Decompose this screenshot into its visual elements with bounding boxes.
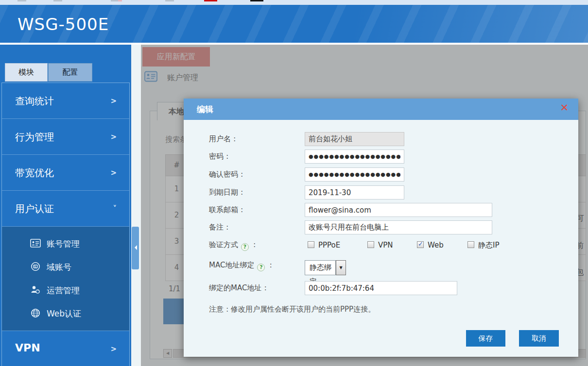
domain-account-icon: [30, 262, 41, 271]
confirm-password-label: 确认密码：: [209, 167, 304, 182]
sidebar-subitem-label: Web认证: [47, 308, 81, 319]
sidebar-item-label: VPN: [15, 342, 40, 354]
dropdown-arrow-icon[interactable]: ▼: [336, 260, 346, 275]
sidebar-item-label: 行为管理: [15, 131, 54, 144]
expiry-date-label: 到期日期：: [209, 185, 304, 200]
checkbox-box[interactable]: [367, 241, 374, 248]
checkbox-box-checked[interactable]: ✓: [417, 241, 424, 248]
check-icon: ✓: [418, 240, 423, 248]
auth-method-label-text: 验证方式: [209, 240, 238, 249]
sidebar-item-label: 查询统计: [15, 95, 54, 108]
dialog-note: 注意：修改用户属性会断开该用户的当前PPP连接。: [209, 305, 375, 314]
chevron-right-icon: >: [110, 345, 117, 353]
chevron-right-icon: >: [110, 133, 117, 141]
operator-icon: [30, 285, 41, 295]
globe-icon: [30, 308, 41, 318]
sidebar-subitem-label: 账号管理: [47, 238, 80, 250]
checkbox-box[interactable]: [308, 241, 314, 248]
checkbox-box[interactable]: [467, 241, 474, 248]
chevron-right-icon: >: [110, 97, 117, 105]
email-label: 联系邮箱：: [209, 203, 304, 217]
sidebar-item-query-stats[interactable]: 查询统计 >: [2, 83, 129, 119]
username-field[interactable]: [305, 132, 404, 146]
password-label: 密码：: [209, 150, 304, 164]
remark-label: 备注：: [209, 220, 304, 234]
app-title: WSG-500E: [17, 15, 109, 34]
auth-method-label: 验证方式?：: [209, 240, 304, 251]
email-field[interactable]: [305, 203, 492, 217]
remark-field[interactable]: [305, 220, 492, 234]
chevron-right-icon: >: [110, 168, 117, 177]
label-colon: ：: [251, 240, 258, 249]
sidebar-subitem-label: 域账号: [47, 262, 71, 273]
sidebar-tab-config[interactable]: 配置: [48, 63, 92, 82]
checkbox-label: VPN: [378, 241, 393, 250]
app-header: WSG-500E: [0, 5, 588, 43]
browser-tab-underline-black: [250, 0, 263, 1]
confirm-password-field[interactable]: [305, 167, 404, 182]
sidebar-item-label: 用户认证: [15, 202, 54, 216]
sidebar-submenu-user-auth: 账号管理 域账号 运营管理: [2, 227, 129, 331]
browser-mark: [118, 0, 122, 1]
mac-binding-label-text: MAC地址绑定: [209, 261, 254, 269]
close-icon[interactable]: ✕: [560, 102, 569, 114]
label-colon: ：: [267, 261, 274, 269]
mac-binding-label: MAC地址绑定?：: [209, 261, 304, 271]
browser-tab-underline-red: [204, 0, 217, 1]
password-field[interactable]: [305, 150, 404, 164]
save-button[interactable]: 保存: [466, 330, 505, 347]
screen: WSG-500E 模块 配置 查询统计 > 行为管理 > 带宽优化 > 用户认证…: [0, 0, 588, 366]
browser-mark: [17, 0, 26, 1]
sidebar-collapse-handle[interactable]: [132, 227, 139, 269]
dialog-title: 编辑: [197, 104, 213, 115]
mac-binding-select[interactable]: 静态绑定: [305, 260, 336, 275]
sidebar-tab-modules[interactable]: 模块: [5, 63, 48, 82]
sidebar-item-domain-account[interactable]: 域账号: [2, 255, 129, 278]
checkbox-label: Web: [428, 241, 444, 250]
browser-mark: [165, 0, 174, 1]
sidebar-item-behavior-mgmt[interactable]: 行为管理 >: [2, 119, 129, 155]
sidebar-gutter: [131, 45, 141, 366]
dialog-header[interactable]: 编辑 ✕: [184, 99, 578, 120]
bound-mac-label: 绑定的MAC地址：: [209, 281, 304, 295]
sidebar-subitem-label: 运营管理: [47, 285, 80, 296]
help-icon[interactable]: ?: [257, 264, 265, 271]
cancel-button[interactable]: 取消: [519, 330, 559, 347]
edit-dialog: 编辑 ✕ 用户名： 密码： 确认密码： 到期日期： 联系邮箱： 备注： 验证方式…: [184, 99, 578, 357]
checkbox-label: 静态IP: [478, 241, 499, 250]
chevron-down-icon: ˅: [113, 204, 117, 213]
sidebar-item-web-auth[interactable]: Web认证: [2, 301, 129, 325]
collapse-left-icon: [132, 245, 137, 250]
browser-edge-strip: [0, 0, 588, 5]
sidebar-item-bandwidth-opt[interactable]: 带宽优化 >: [2, 155, 129, 191]
help-icon[interactable]: ?: [241, 243, 249, 251]
sidebar-item-vpn[interactable]: VPN >: [2, 331, 129, 366]
sidebar-item-account-mgmt[interactable]: 账号管理: [2, 232, 129, 255]
browser-mark: [53, 0, 62, 1]
id-badge-icon: [30, 238, 41, 248]
sidebar: 模块 配置 查询统计 > 行为管理 > 带宽优化 > 用户认证 ˅: [0, 45, 131, 366]
checkbox-label: PPPoE: [318, 241, 340, 250]
bound-mac-field[interactable]: [305, 281, 457, 295]
sidebar-item-label: 带宽优化: [15, 166, 54, 180]
username-label: 用户名：: [209, 132, 304, 146]
sidebar-menu: 查询统计 > 行为管理 > 带宽优化 > 用户认证 ˅ 账号管理: [1, 83, 130, 366]
sidebar-item-operation-mgmt[interactable]: 运营管理: [2, 278, 129, 301]
expiry-date-field[interactable]: [305, 185, 404, 200]
sidebar-item-user-auth[interactable]: 用户认证 ˅: [2, 191, 129, 227]
